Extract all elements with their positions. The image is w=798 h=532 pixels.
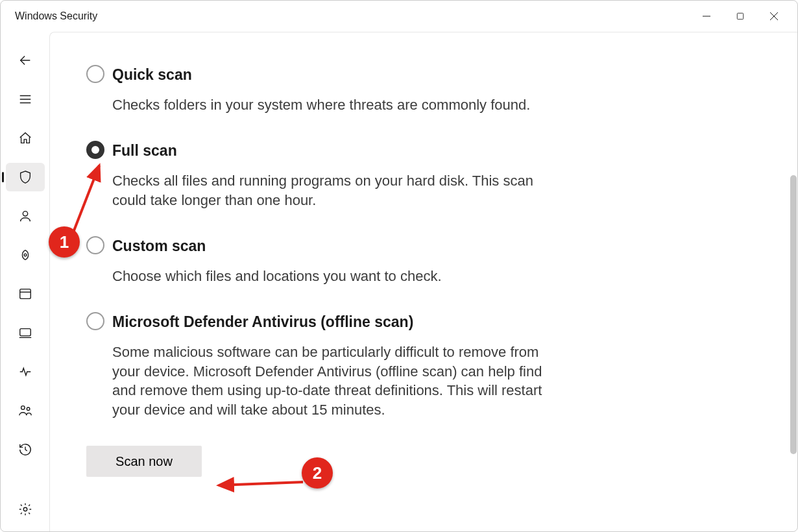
scrollbar-thumb[interactable] — [790, 175, 797, 454]
svg-point-14 — [21, 406, 25, 410]
sidebar-device-performance[interactable] — [6, 357, 45, 386]
option-quick-scan: Quick scan Checks folders in your system… — [86, 66, 761, 115]
custom-scan-title: Custom scan — [112, 237, 442, 255]
offline-scan-title: Microsoft Defender Antivirus (offline sc… — [112, 313, 566, 331]
window-controls — [691, 3, 790, 29]
full-scan-desc: Checks all files and running programs on… — [112, 171, 566, 210]
maximize-button[interactable] — [725, 3, 756, 29]
offline-scan-desc: Some malicious software can be particula… — [112, 343, 566, 420]
sidebar-home[interactable] — [6, 124, 45, 152]
menu-button[interactable] — [6, 85, 45, 114]
option-offline-scan: Microsoft Defender Antivirus (offline sc… — [86, 313, 761, 420]
titlebar: Windows Security — [1, 1, 797, 32]
sidebar-firewall[interactable] — [6, 241, 45, 269]
radio-offline-scan[interactable] — [86, 312, 104, 330]
quick-scan-desc: Checks folders in your system where thre… — [112, 95, 530, 115]
custom-scan-desc: Choose which files and locations you wan… — [112, 267, 442, 286]
sidebar — [1, 32, 49, 531]
sidebar-app-browser[interactable] — [6, 280, 45, 308]
sidebar-history[interactable] — [6, 435, 45, 464]
minimize-button[interactable] — [691, 3, 722, 29]
back-button[interactable] — [6, 46, 45, 75]
svg-line-18 — [219, 482, 303, 485]
window-title: Windows Security — [15, 10, 97, 22]
close-button[interactable] — [758, 3, 790, 29]
full-scan-title: Full scan — [112, 142, 566, 160]
scan-options-panel: Quick scan Checks folders in your system… — [49, 32, 797, 531]
svg-rect-12 — [19, 329, 30, 336]
svg-point-16 — [23, 507, 27, 511]
sidebar-family[interactable] — [6, 396, 45, 425]
svg-rect-1 — [737, 13, 743, 19]
svg-line-17 — [72, 165, 99, 236]
annotation-badge-1: 1 — [49, 226, 80, 258]
radio-full-scan[interactable] — [86, 141, 104, 159]
sidebar-account-protection[interactable] — [6, 202, 45, 230]
sidebar-settings[interactable] — [6, 495, 45, 524]
svg-point-9 — [24, 254, 27, 256]
sidebar-device-security[interactable] — [6, 319, 45, 347]
svg-point-15 — [27, 407, 30, 411]
svg-point-8 — [23, 212, 27, 216]
annotation-arrow-2 — [212, 476, 309, 495]
quick-scan-title: Quick scan — [112, 66, 530, 84]
svg-rect-10 — [19, 289, 30, 299]
option-full-scan: Full scan Checks all files and running p… — [86, 142, 761, 210]
scan-now-button[interactable]: Scan now — [86, 446, 202, 477]
option-custom-scan: Custom scan Choose which files and locat… — [86, 237, 761, 286]
radio-quick-scan[interactable] — [86, 65, 104, 83]
sidebar-virus-protection[interactable] — [6, 163, 45, 191]
annotation-badge-2: 2 — [302, 457, 333, 489]
